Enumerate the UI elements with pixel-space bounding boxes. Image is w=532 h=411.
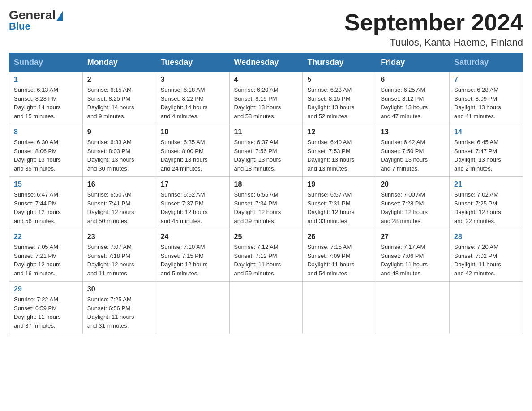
day-number: 3 [161,76,225,84]
day-info: Sunrise: 6:18 AMSunset: 8:22 PMDaylight:… [161,86,225,120]
calendar-cell: 8Sunrise: 6:30 AMSunset: 8:06 PMDaylight… [9,124,83,177]
day-number: 4 [234,76,298,84]
page-header: General Blue September 2024 Tuulos, Kant… [9,9,523,48]
calendar-cell: 27Sunrise: 7:17 AMSunset: 7:06 PMDayligh… [376,229,450,282]
day-info: Sunrise: 7:12 AMSunset: 7:12 PMDaylight:… [234,243,298,278]
day-number: 2 [87,76,151,84]
calendar-cell: 7Sunrise: 6:28 AMSunset: 8:09 PMDaylight… [450,72,523,124]
day-info: Sunrise: 6:40 AMSunset: 7:53 PMDaylight:… [307,138,371,173]
calendar-cell [156,282,229,334]
day-number: 22 [14,233,78,241]
calendar-cell: 25Sunrise: 7:12 AMSunset: 7:12 PMDayligh… [229,229,303,282]
calendar-cell: 16Sunrise: 6:50 AMSunset: 7:41 PMDayligh… [82,177,156,229]
calendar-cell: 13Sunrise: 6:42 AMSunset: 7:50 PMDayligh… [376,124,450,177]
location-title: Tuulos, Kanta-Haeme, Finland [344,37,523,48]
calendar-cell: 9Sunrise: 6:33 AMSunset: 8:03 PMDaylight… [82,124,156,177]
day-number: 29 [14,285,78,293]
logo-triangle-icon [56,11,63,21]
day-info: Sunrise: 6:25 AMSunset: 8:12 PMDaylight:… [381,86,445,120]
day-number: 9 [87,128,151,136]
day-info: Sunrise: 7:20 AMSunset: 7:02 PMDaylight:… [454,243,518,278]
calendar-cell: 11Sunrise: 6:37 AMSunset: 7:56 PMDayligh… [229,124,303,177]
day-info: Sunrise: 6:47 AMSunset: 7:44 PMDaylight:… [14,190,78,225]
calendar-cell: 12Sunrise: 6:40 AMSunset: 7:53 PMDayligh… [303,124,376,177]
day-number: 5 [307,76,371,84]
calendar-cell: 14Sunrise: 6:45 AMSunset: 7:47 PMDayligh… [450,124,523,177]
day-number: 1 [14,76,78,84]
day-info: Sunrise: 6:55 AMSunset: 7:34 PMDaylight:… [234,190,298,225]
col-header-friday: Friday [376,53,450,72]
day-number: 6 [381,76,445,84]
calendar-cell: 19Sunrise: 6:57 AMSunset: 7:31 PMDayligh… [303,177,376,229]
day-info: Sunrise: 6:35 AMSunset: 8:00 PMDaylight:… [161,138,225,173]
calendar-cell: 2Sunrise: 6:15 AMSunset: 8:25 PMDaylight… [82,72,156,124]
day-info: Sunrise: 6:28 AMSunset: 8:09 PMDaylight:… [454,86,518,120]
day-info: Sunrise: 6:20 AMSunset: 8:19 PMDaylight:… [234,86,298,120]
calendar-cell [303,282,376,334]
day-number: 19 [307,180,371,188]
day-number: 23 [87,233,151,241]
calendar-cell: 26Sunrise: 7:15 AMSunset: 7:09 PMDayligh… [303,229,376,282]
day-info: Sunrise: 6:52 AMSunset: 7:37 PMDaylight:… [161,190,225,225]
logo-general: General [9,9,63,21]
calendar-cell: 29Sunrise: 7:22 AMSunset: 6:59 PMDayligh… [9,282,83,334]
day-info: Sunrise: 6:23 AMSunset: 8:15 PMDaylight:… [307,86,371,120]
day-number: 24 [161,233,225,241]
day-info: Sunrise: 6:45 AMSunset: 7:47 PMDaylight:… [454,138,518,173]
logo-blue-text: Blue [9,21,63,32]
calendar-cell: 6Sunrise: 6:25 AMSunset: 8:12 PMDaylight… [376,72,450,124]
day-number: 12 [307,128,371,136]
day-number: 13 [381,128,445,136]
calendar-cell: 1Sunrise: 6:13 AMSunset: 8:28 PMDaylight… [9,72,83,124]
day-info: Sunrise: 6:37 AMSunset: 7:56 PMDaylight:… [234,138,298,173]
day-info: Sunrise: 7:22 AMSunset: 6:59 PMDaylight:… [14,295,78,330]
day-info: Sunrise: 7:15 AMSunset: 7:09 PMDaylight:… [307,243,371,278]
calendar-cell: 23Sunrise: 7:07 AMSunset: 7:18 PMDayligh… [82,229,156,282]
col-header-thursday: Thursday [303,53,376,72]
day-info: Sunrise: 7:25 AMSunset: 6:56 PMDaylight:… [87,295,151,330]
day-number: 26 [307,233,371,241]
day-number: 7 [454,76,518,84]
logo: General Blue [9,9,63,32]
calendar-cell: 30Sunrise: 7:25 AMSunset: 6:56 PMDayligh… [82,282,156,334]
day-info: Sunrise: 7:17 AMSunset: 7:06 PMDaylight:… [381,243,445,278]
col-header-tuesday: Tuesday [156,53,229,72]
month-title: September 2024 [344,9,523,36]
calendar-cell: 24Sunrise: 7:10 AMSunset: 7:15 PMDayligh… [156,229,229,282]
col-header-sunday: Sunday [9,53,83,72]
day-number: 10 [161,128,225,136]
calendar-cell: 15Sunrise: 6:47 AMSunset: 7:44 PMDayligh… [9,177,83,229]
day-info: Sunrise: 6:30 AMSunset: 8:06 PMDaylight:… [14,138,78,173]
day-info: Sunrise: 7:07 AMSunset: 7:18 PMDaylight:… [87,243,151,278]
calendar-cell: 22Sunrise: 7:05 AMSunset: 7:21 PMDayligh… [9,229,83,282]
day-info: Sunrise: 6:57 AMSunset: 7:31 PMDaylight:… [307,190,371,225]
week-row-1: 1Sunrise: 6:13 AMSunset: 8:28 PMDaylight… [9,72,523,124]
week-row-5: 29Sunrise: 7:22 AMSunset: 6:59 PMDayligh… [9,282,523,334]
day-info: Sunrise: 7:00 AMSunset: 7:28 PMDaylight:… [381,190,445,225]
day-number: 27 [381,233,445,241]
day-number: 20 [381,180,445,188]
day-number: 17 [161,180,225,188]
week-row-4: 22Sunrise: 7:05 AMSunset: 7:21 PMDayligh… [9,229,523,282]
day-info: Sunrise: 6:50 AMSunset: 7:41 PMDaylight:… [87,190,151,225]
day-number: 11 [234,128,298,136]
col-header-wednesday: Wednesday [229,53,303,72]
day-info: Sunrise: 7:10 AMSunset: 7:15 PMDaylight:… [161,243,225,278]
day-info: Sunrise: 7:02 AMSunset: 7:25 PMDaylight:… [454,190,518,225]
day-info: Sunrise: 6:33 AMSunset: 8:03 PMDaylight:… [87,138,151,173]
day-info: Sunrise: 6:42 AMSunset: 7:50 PMDaylight:… [381,138,445,173]
day-info: Sunrise: 7:05 AMSunset: 7:21 PMDaylight:… [14,243,78,278]
day-number: 25 [234,233,298,241]
calendar-cell [229,282,303,334]
day-number: 15 [14,180,78,188]
calendar-cell [450,282,523,334]
calendar-cell: 17Sunrise: 6:52 AMSunset: 7:37 PMDayligh… [156,177,229,229]
day-number: 28 [454,233,518,241]
day-number: 21 [454,180,518,188]
calendar-cell: 18Sunrise: 6:55 AMSunset: 7:34 PMDayligh… [229,177,303,229]
day-number: 8 [14,128,78,136]
day-number: 30 [87,285,151,293]
calendar-cell: 5Sunrise: 6:23 AMSunset: 8:15 PMDaylight… [303,72,376,124]
day-number: 16 [87,180,151,188]
day-number: 14 [454,128,518,136]
